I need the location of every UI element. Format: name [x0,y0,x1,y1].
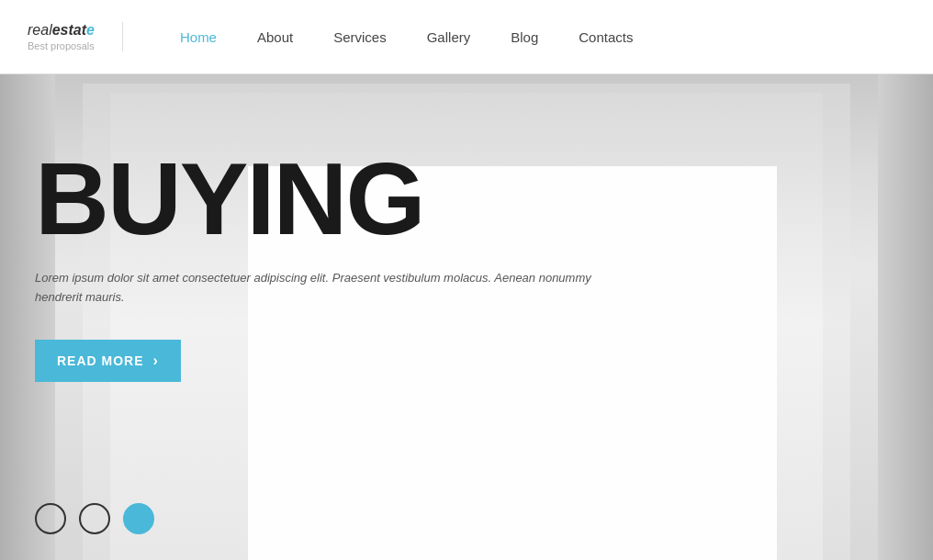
chevron-right-icon: › [153,353,159,369]
hero-section: BUYING Lorem ipsum dolor sit amet consec… [0,74,933,560]
nav-item-home[interactable]: Home [160,0,237,74]
slider-dot-1[interactable] [35,503,66,534]
nav-item-about[interactable]: About [237,0,313,74]
logo-tagline: Best proposals [28,40,95,51]
hero-title: BUYING [35,148,898,251]
logo-text: realestate [28,22,95,39]
logo-estate-e-letter: e [86,22,95,38]
logo-estate: estate [52,22,95,38]
hero-description: Lorem ipsum dolor sit amet consectetuer … [35,269,641,308]
slider-dot-3[interactable] [123,503,154,534]
nav-item-blog[interactable]: Blog [490,0,558,74]
slider-dots [35,503,154,534]
nav-item-services[interactable]: Services [313,0,407,74]
hero-content: BUYING Lorem ipsum dolor sit amet consec… [0,74,933,560]
logo: realestate Best proposals [28,22,123,51]
read-more-button[interactable]: READ MORE › [35,340,181,382]
header: realestate Best proposals Home About Ser… [0,0,933,74]
slider-dot-2[interactable] [79,503,110,534]
nav-item-gallery[interactable]: Gallery [407,0,491,74]
logo-real: real [28,22,52,38]
main-nav: Home About Services Gallery Blog Contact… [160,0,654,74]
nav-item-contacts[interactable]: Contacts [558,0,653,74]
read-more-label: READ MORE [57,353,144,368]
